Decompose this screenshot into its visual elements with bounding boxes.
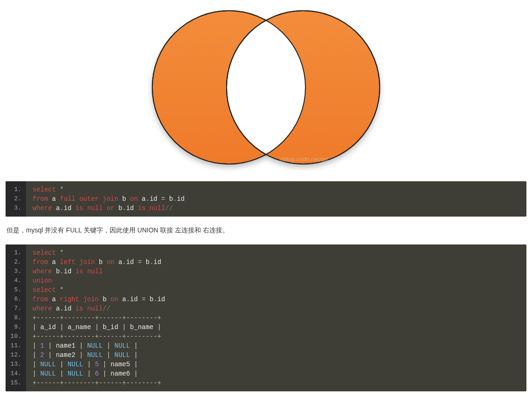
token-pipe: | bbox=[103, 351, 114, 359]
token-kw: join bbox=[103, 195, 118, 203]
token-kw: from bbox=[32, 258, 48, 266]
token-op: . bbox=[154, 296, 157, 303]
code-line: +------+--------+------+--------+ bbox=[26, 378, 168, 391]
explanation-paragraph: 但是，mysql 并没有 FULL 关键字，因此使用 UNION 联接 左连接和… bbox=[6, 225, 526, 236]
code-row: 8.+------+--------+------+--------+ bbox=[6, 313, 526, 323]
token-kw: union bbox=[32, 277, 52, 284]
token-kw: select bbox=[32, 249, 56, 257]
token-id: a_name bbox=[68, 323, 91, 331]
token-id: b bbox=[95, 258, 106, 266]
token-id bbox=[83, 268, 87, 275]
code-line: select * bbox=[26, 285, 70, 295]
token-nul: NULL bbox=[115, 351, 130, 359]
token-id bbox=[75, 195, 79, 203]
code-line: | NULL | NULL | 6 | name6 | bbox=[26, 369, 144, 378]
token-kw: on bbox=[110, 296, 118, 303]
token-op: * bbox=[56, 186, 64, 193]
code-line: +------+--------+------+--------+ bbox=[26, 313, 168, 323]
token-kw: select bbox=[32, 186, 56, 193]
token-pipe: | bbox=[118, 323, 130, 331]
token-id: a bbox=[48, 296, 60, 303]
token-num: 5 bbox=[95, 361, 98, 368]
token-kw: join bbox=[83, 296, 99, 303]
token-kw: full bbox=[60, 195, 76, 203]
code-row: 3.where a.id is null or b.id is null// bbox=[6, 204, 526, 217]
code-line: select * bbox=[26, 244, 70, 257]
token-id bbox=[99, 195, 103, 203]
code-row: 12.| 2 | name2 | NULL | NULL | bbox=[6, 350, 526, 360]
token-kw: null bbox=[149, 205, 165, 212]
code-row: 1.select * bbox=[6, 244, 526, 257]
token-kw: select bbox=[32, 286, 56, 294]
token-op: . bbox=[60, 305, 64, 312]
token-pipe: | bbox=[103, 342, 114, 350]
code-line: | NULL | NULL | 5 | name5 | bbox=[26, 360, 144, 369]
line-number: 13. bbox=[6, 360, 26, 369]
token-nul: NULL bbox=[68, 370, 84, 377]
token-id: a bbox=[48, 258, 60, 266]
token-id: name6 bbox=[110, 370, 130, 377]
line-number: 14. bbox=[6, 369, 26, 378]
token-cmt: // bbox=[165, 205, 173, 212]
token-pipe: | bbox=[44, 342, 56, 350]
code-line: | a_id | a_name | b_id | b_name | bbox=[26, 323, 168, 332]
line-number: 6. bbox=[6, 295, 26, 304]
token-kw: join bbox=[79, 258, 95, 266]
token-pipe: | bbox=[83, 361, 95, 368]
code-row: 7.where a.id is null// bbox=[6, 304, 526, 313]
code-row: 2.from a full outer join b on a.id = b.i… bbox=[6, 194, 526, 204]
code-line: +------+--------+------+--------+ bbox=[26, 332, 168, 341]
line-number: 12. bbox=[6, 350, 26, 360]
token-id: id bbox=[64, 305, 75, 312]
token-kw: is bbox=[75, 305, 83, 312]
token-kw: is bbox=[138, 205, 146, 212]
token-id: b bbox=[142, 258, 149, 266]
token-nul: NULL bbox=[40, 361, 56, 368]
token-pipe: | bbox=[130, 370, 138, 377]
token-op: . bbox=[146, 195, 149, 203]
token-pipe: | bbox=[130, 342, 138, 350]
line-number: 5. bbox=[6, 285, 26, 295]
token-id: id bbox=[149, 195, 161, 203]
token-kw: left bbox=[60, 258, 76, 266]
token-id bbox=[103, 205, 106, 212]
token-op: * bbox=[56, 286, 64, 294]
token-id: a_id bbox=[40, 323, 56, 331]
token-id: a bbox=[114, 258, 122, 266]
token-kw: null bbox=[87, 205, 103, 212]
token-nul: NULL bbox=[87, 351, 103, 359]
token-id bbox=[79, 296, 83, 303]
code-line: from a full outer join b on a.id = b.id bbox=[26, 194, 191, 204]
token-id: name1 bbox=[56, 342, 75, 350]
token-id bbox=[75, 258, 79, 266]
token-op: +------+--------+------+--------+ bbox=[32, 333, 161, 340]
line-number: 11. bbox=[6, 341, 26, 350]
code-row: 2.from a left join b on a.id = b.id bbox=[6, 257, 526, 267]
code-line: where b.id is null bbox=[26, 267, 109, 276]
code-row: 10.+------+--------+------+--------+ bbox=[6, 332, 526, 341]
token-id: b bbox=[115, 205, 123, 212]
token-op: +------+--------+------+--------+ bbox=[32, 314, 161, 322]
token-kw: on bbox=[130, 195, 138, 203]
token-pipe: | bbox=[75, 351, 87, 359]
code-row: 15.+------+--------+------+--------+ bbox=[6, 378, 526, 391]
token-pipe: | bbox=[32, 370, 40, 377]
token-op: = bbox=[161, 195, 165, 203]
token-kw: right bbox=[60, 296, 79, 303]
token-id: b bbox=[146, 296, 154, 303]
token-pipe: | bbox=[99, 370, 110, 377]
token-num: 6 bbox=[95, 370, 98, 377]
code-row: 14.| NULL | NULL | 6 | name6 | bbox=[6, 369, 526, 378]
token-op: . bbox=[126, 296, 130, 303]
token-id: b_name bbox=[130, 323, 153, 331]
token-num: 2 bbox=[40, 351, 44, 359]
token-kw: outer bbox=[79, 195, 99, 203]
code-row: 4.union bbox=[6, 276, 526, 285]
code-row: 11.| 1 | name1 | NULL | NULL | bbox=[6, 341, 526, 350]
token-id: name5 bbox=[110, 361, 130, 368]
token-id: a bbox=[138, 195, 146, 203]
line-number: 2. bbox=[6, 194, 26, 204]
line-number: 15. bbox=[6, 378, 26, 391]
code-block-1: 1.select *2.from a full outer join b on … bbox=[6, 181, 526, 217]
code-row: 3.where b.id is null bbox=[6, 267, 526, 276]
